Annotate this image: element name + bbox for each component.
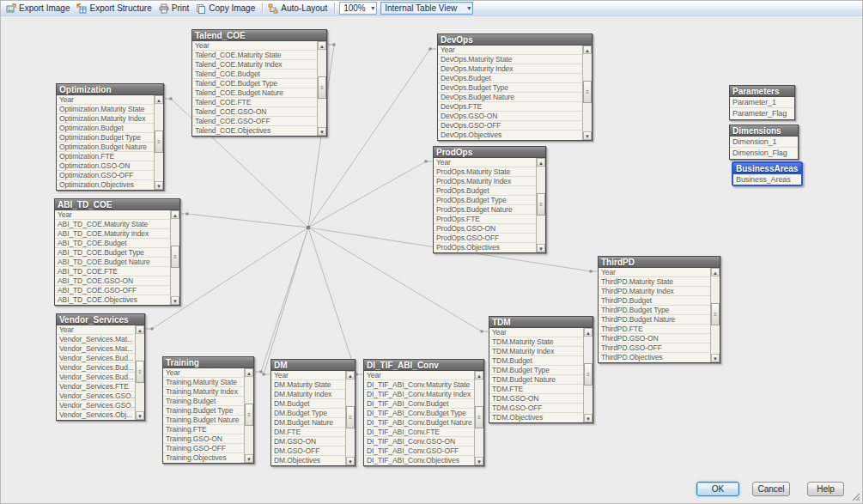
table-field: DM.Maturity Index <box>271 390 345 399</box>
table-title[interactable]: BusinessAreas <box>733 163 801 174</box>
table-ThirdPD[interactable]: ThirdPD▲≡▼YearThirdPD.Maturity StateThir… <box>598 256 720 363</box>
resize-grip-icon[interactable] <box>852 493 860 501</box>
table-field: DI_TIF_ABI_Conv.Budget <box>364 399 474 409</box>
table-title[interactable]: TDM <box>489 317 593 328</box>
table-body: YearABI_TD_COE.Maturity StateABI_TD_COE.… <box>55 210 179 305</box>
table-field: TDM.Budget Nature <box>489 375 583 385</box>
table-title[interactable]: Training <box>163 357 253 368</box>
table-field: ProdOps.Budget <box>434 186 536 196</box>
table-title[interactable]: ThirdPD <box>599 257 720 268</box>
table-field: DevOps.Objectives <box>438 131 582 140</box>
table-field: Optimization.Objectives <box>57 180 154 190</box>
table-field: DevOps.Budget <box>438 74 582 83</box>
table-field: Vendor_Services.Obj... <box>57 410 135 420</box>
field-list: YearTDM.Maturity StateTDM.Maturity Index… <box>489 328 583 422</box>
table-field: Optimization.GSO-OFF <box>57 171 154 180</box>
help-button[interactable]: Help <box>807 482 844 496</box>
table-title[interactable]: Vendor_Services <box>57 314 144 325</box>
connection-line <box>261 228 308 372</box>
table-field: DI_TIF_ABI_Conv.Maturity Index <box>364 390 474 399</box>
table-field: TDM.Maturity State <box>489 337 583 347</box>
table-Training[interactable]: Training▲≡▼YearTraining.Maturity StateTr… <box>162 356 254 464</box>
table-field: TDM.Budget Type <box>489 366 583 375</box>
table-field: TDM.Objectives <box>489 413 583 422</box>
table-Vendor_Services[interactable]: Vendor_Services▲≡▼YearVendor_Services.Ma… <box>56 313 145 421</box>
table-field: ThirdPD.Budget Type <box>599 306 710 315</box>
connector-stub <box>186 213 189 216</box>
table-field: TDM.GSO-OFF <box>489 404 583 413</box>
table-DevOps[interactable]: DevOps▲≡▼YearDevOps.Maturity StateDevOps… <box>437 33 593 141</box>
table-field: ABI_TD_COE.Budget Nature <box>55 258 170 267</box>
table-field: ABI_TD_COE.FTE <box>55 267 170 276</box>
field-list: YearDevOps.Maturity StateDevOps.Maturity… <box>438 46 582 140</box>
field-list: YearOptimization.Maturity StateOptimizat… <box>57 95 154 190</box>
table-field: DI_TIF_ABI_Conv.FTE <box>364 428 474 437</box>
table-field: Talend_COE.Objectives <box>192 126 317 136</box>
connection-line <box>264 228 308 374</box>
table-field: Talend_COE.GSO-OFF <box>192 117 317 126</box>
table-field: DevOps.Maturity State <box>438 55 582 64</box>
field-list: YearDM.Maturity StateDM.Maturity IndexDM… <box>271 371 345 465</box>
table-field: ProdOps.GSO-OFF <box>434 234 536 243</box>
table-field: Vendor_Services.Bud... <box>57 373 135 382</box>
table-Parameters[interactable]: ParametersParameter_1Parameter_Flag <box>729 85 795 120</box>
table-field: ThirdPD.Objectives <box>599 353 710 362</box>
field-list: YearThirdPD.Maturity StateThirdPD.Maturi… <box>599 268 710 362</box>
table-title[interactable]: Dimensions <box>730 125 798 137</box>
table-ABI_TD_COE[interactable]: ABI_TD_COE▲≡▼YearABI_TD_COE.Maturity Sta… <box>54 198 180 306</box>
table-field: Year <box>57 325 135 335</box>
table-field: Training.FTE <box>163 425 244 434</box>
table-title[interactable]: ABI_TD_COE <box>55 199 179 210</box>
table-ProdOps[interactable]: ProdOps▲≡▼YearProdOps.Maturity StateProd… <box>433 146 546 253</box>
table-title[interactable]: Parameters <box>730 86 794 97</box>
table-Talend_COE[interactable]: Talend_COE▲≡▼YearTalend_COE.Maturity Sta… <box>191 29 327 137</box>
table-title[interactable]: DevOps <box>438 34 592 46</box>
table-field: ABI_TD_COE.Budget <box>55 239 170 248</box>
table-body: YearDevOps.Maturity StateDevOps.Maturity… <box>438 46 592 140</box>
table-field: Training.Budget Nature <box>163 416 244 425</box>
table-field: DM.Budget <box>271 399 345 409</box>
table-TDM[interactable]: TDM▲≡▼YearTDM.Maturity StateTDM.Maturity… <box>489 316 593 423</box>
table-field: Year <box>434 158 536 167</box>
table-field: DI_TIF_ABI_Conv.Budget Type <box>364 409 474 418</box>
table-title[interactable]: Optimization <box>57 84 163 95</box>
table-field: Year <box>55 210 170 220</box>
table-title[interactable]: DI_TIF_ABI_Conv <box>364 360 483 371</box>
table-Optimization[interactable]: Optimization▲≡▼YearOptimization.Maturity… <box>56 83 164 191</box>
table-field: DevOps.GSO-ON <box>438 112 582 121</box>
field-list: YearVendor_Services.Mat...Vendor_Service… <box>57 325 135 420</box>
table-field: DevOps.GSO-OFF <box>438 121 582 131</box>
ok-button[interactable]: OK <box>696 482 739 496</box>
table-field: Optimization.Maturity State <box>57 105 154 114</box>
cancel-button[interactable]: Cancel <box>752 482 790 496</box>
diagram-canvas[interactable]: Talend_COE▲≡▼YearTalend_COE.Maturity Sta… <box>1 16 862 503</box>
table-title[interactable]: Talend_COE <box>192 30 326 41</box>
connector-stub <box>333 44 336 46</box>
table-BusinessAreas[interactable]: BusinessAreasBusiness_Areas <box>732 161 803 186</box>
table-body: YearProdOps.Maturity StateProdOps.Maturi… <box>434 158 545 252</box>
table-title[interactable]: DM <box>271 360 355 371</box>
table-field: DevOps.Budget Type <box>438 83 582 93</box>
table-field: Optimization.Budget Type <box>57 133 154 143</box>
connection-line <box>187 214 308 228</box>
table-body: YearOptimization.Maturity StateOptimizat… <box>57 95 163 190</box>
table-field: ProdOps.Objectives <box>434 243 536 252</box>
table-field: ABI_TD_COE.Objectives <box>55 295 170 305</box>
synthetic-key-hub <box>307 226 310 229</box>
table-body: Parameter_1Parameter_Flag <box>730 97 794 119</box>
table-field: ThirdPD.Budget <box>599 296 710 306</box>
table-DM[interactable]: DM▲≡▼YearDM.Maturity StateDM.Maturity In… <box>270 359 356 466</box>
table-Dimensions[interactable]: DimensionsDimension_1Dimension_Flag <box>729 124 799 160</box>
table-title[interactable]: ProdOps <box>434 147 545 158</box>
table-field: Year <box>163 368 244 378</box>
table-body: Dimension_1Dimension_Flag <box>730 137 798 159</box>
table-DI_TIF_ABI_Conv[interactable]: DI_TIF_ABI_Conv▲≡▼YearDI_TIF_ABI_Conv.Ma… <box>363 359 484 466</box>
table-body: YearVendor_Services.Mat...Vendor_Service… <box>57 325 144 420</box>
field-list: Dimension_1Dimension_Flag <box>730 137 798 159</box>
table-field: ThirdPD.FTE <box>599 325 710 334</box>
connector-stub <box>263 373 265 376</box>
table-field: Vendor_Services.Bud... <box>57 354 135 363</box>
table-field: Training.Maturity Index <box>163 387 244 397</box>
table-field: Optimization.FTE <box>57 152 154 161</box>
table-field: Talend_COE.Budget Type <box>192 79 317 88</box>
